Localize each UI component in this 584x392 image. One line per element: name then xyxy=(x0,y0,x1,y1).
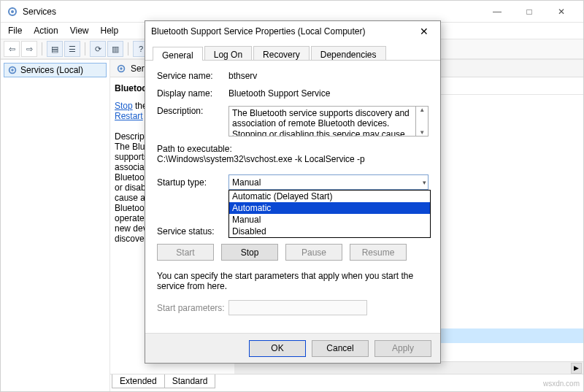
gear-icon xyxy=(116,64,126,74)
startup-type-label: Startup type: xyxy=(157,177,228,188)
startup-type-combo[interactable]: Manual ▾ Automatic (Delayed Start) Autom… xyxy=(228,174,429,190)
dialog-tabs: General Log On Recovery Dependencies xyxy=(145,42,440,61)
gear-icon xyxy=(7,6,18,18)
svg-point-3 xyxy=(11,69,14,72)
start-params-hint: You can specify the start parameters tha… xyxy=(157,271,429,291)
service-name-value: bthserv xyxy=(228,71,429,81)
resume-button: Resume xyxy=(350,244,407,261)
show-hide-button[interactable]: ▤ xyxy=(47,41,63,57)
scroll-right-arrow[interactable]: ▶ xyxy=(571,363,582,374)
tab-dependencies[interactable]: Dependencies xyxy=(311,46,386,60)
display-name-value: Bluetooth Support Service xyxy=(228,88,429,99)
properties-dialog: Bluetooth Support Service Properties (Lo… xyxy=(145,20,441,364)
dialog-titlebar: Bluetooth Support Service Properties (Lo… xyxy=(145,21,440,42)
description-box[interactable]: The Bluetooth service supports discovery… xyxy=(228,106,416,137)
back-button[interactable]: ⇦ xyxy=(4,41,20,57)
restart-link[interactable]: Restart xyxy=(115,111,143,121)
forward-button[interactable]: ⇨ xyxy=(21,41,37,57)
svg-point-1 xyxy=(11,10,14,13)
properties-button[interactable]: ☰ xyxy=(64,41,80,57)
separator xyxy=(42,42,42,55)
minimize-button[interactable]: — xyxy=(481,1,513,23)
service-name-label: Service name: xyxy=(157,71,228,81)
watermark: wsxdn.com xyxy=(543,380,580,388)
titlebar: Services — □ ✕ xyxy=(1,1,583,23)
maximize-button[interactable]: □ xyxy=(513,1,545,23)
nav-label: Services (Local) xyxy=(20,65,83,75)
nav-pane: Services (Local) xyxy=(1,60,110,391)
nav-services-local[interactable]: Services (Local) xyxy=(4,63,107,77)
start-button: Start xyxy=(157,244,214,261)
path-label: Path to executable: xyxy=(157,144,429,154)
cancel-button[interactable]: Cancel xyxy=(312,340,369,357)
dialog-title: Bluetooth Support Service Properties (Lo… xyxy=(151,26,414,36)
display-name-label: Display name: xyxy=(157,88,228,99)
service-status-label: Service status: xyxy=(157,226,228,237)
gear-icon xyxy=(7,65,18,75)
option-automatic[interactable]: Automatic xyxy=(229,202,430,214)
start-params-input xyxy=(228,300,367,315)
apply-button: Apply xyxy=(374,340,431,357)
tab-extended[interactable]: Extended xyxy=(112,374,165,388)
menu-action[interactable]: Action xyxy=(34,26,58,36)
ok-button[interactable]: OK xyxy=(249,340,306,357)
export-button[interactable]: ▥ xyxy=(107,41,123,57)
refresh-button[interactable]: ⟳ xyxy=(90,41,106,57)
svg-point-5 xyxy=(120,67,123,70)
view-tabs: Extended Standard xyxy=(110,374,583,391)
option-manual[interactable]: Manual xyxy=(229,214,430,226)
tab-standard[interactable]: Standard xyxy=(164,374,216,388)
tab-general[interactable]: General xyxy=(153,47,203,61)
pause-button: Pause xyxy=(285,244,342,261)
close-button[interactable]: ✕ xyxy=(545,1,577,23)
tab-logon[interactable]: Log On xyxy=(204,46,252,60)
description-label: Description: xyxy=(157,106,228,116)
option-disabled[interactable]: Disabled xyxy=(229,226,430,237)
menu-view[interactable]: View xyxy=(70,26,89,36)
window-title: Services xyxy=(23,7,481,17)
tab-recovery[interactable]: Recovery xyxy=(253,46,310,60)
separator xyxy=(85,42,85,55)
stop-button[interactable]: Stop xyxy=(221,244,278,261)
chevron-down-icon: ▾ xyxy=(423,179,426,186)
startup-type-value: Manual xyxy=(232,177,261,188)
menu-file[interactable]: File xyxy=(8,26,22,36)
separator xyxy=(128,42,128,55)
path-value: C:\Windows\system32\svchost.exe -k Local… xyxy=(157,154,429,164)
dialog-close-button[interactable]: ✕ xyxy=(414,21,434,42)
stop-link[interactable]: Stop xyxy=(115,101,133,111)
description-scrollbar[interactable]: ▲▼ xyxy=(416,106,429,137)
dialog-footer: OK Cancel Apply xyxy=(145,333,440,363)
option-delayed[interactable]: Automatic (Delayed Start) xyxy=(229,191,430,202)
menu-help[interactable]: Help xyxy=(101,26,119,36)
start-params-label: Start parameters: xyxy=(157,303,228,313)
startup-type-dropdown: Automatic (Delayed Start) Automatic Manu… xyxy=(228,190,431,238)
